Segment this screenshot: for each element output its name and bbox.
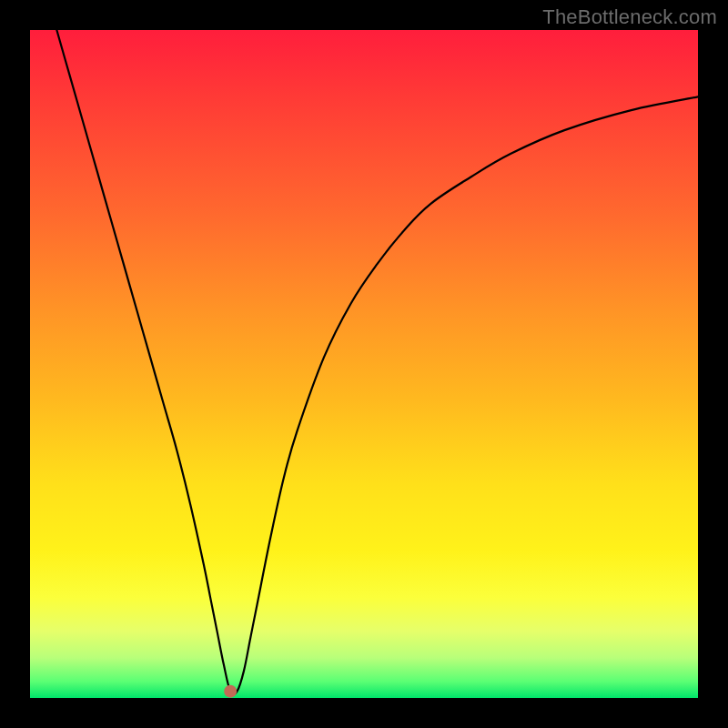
chart-frame: TheBottleneck.com <box>0 0 728 728</box>
optimum-marker <box>224 685 237 698</box>
watermark-text: TheBottleneck.com <box>542 5 717 29</box>
plot-area <box>30 30 698 698</box>
bottleneck-curve <box>30 30 698 698</box>
